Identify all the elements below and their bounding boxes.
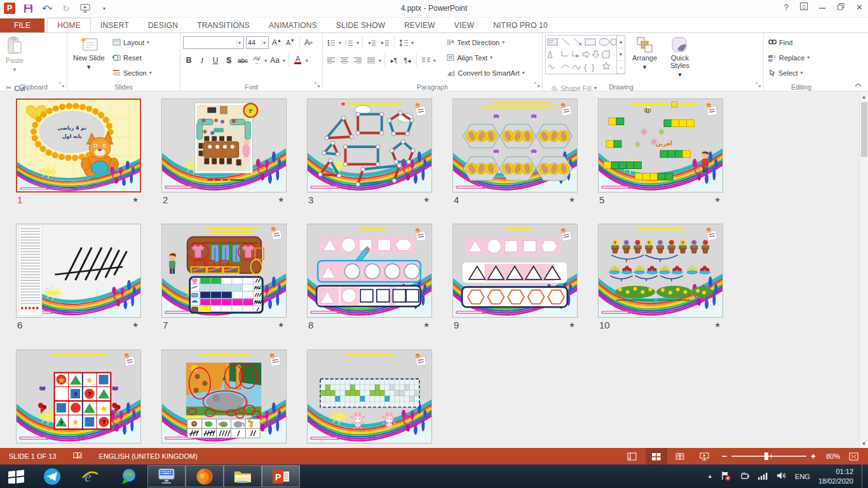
strikethrough-button[interactable]: abc	[236, 54, 249, 67]
slide-thumbnail-5[interactable]: آفرین	[598, 98, 723, 193]
numbering-button[interactable]: 12	[343, 36, 355, 49]
paragraph-dialog-launcher-icon[interactable]	[534, 79, 540, 90]
justify-button[interactable]	[365, 54, 377, 67]
tab-home[interactable]: HOME	[47, 18, 91, 32]
zoom-in-icon[interactable]: +	[811, 451, 816, 461]
shrink-font-button[interactable]: A▼	[285, 36, 296, 49]
slide-thumbnail-3[interactable]	[307, 98, 432, 193]
slide-show-icon[interactable]	[694, 448, 715, 464]
right-to-left-button[interactable]: ¶◂	[402, 54, 413, 67]
input-language[interactable]: ENG	[795, 473, 810, 480]
scrollbar-thumb[interactable]	[861, 102, 867, 157]
show-desktop-button[interactable]	[862, 464, 865, 488]
fit-slide-to-window-icon[interactable]	[843, 448, 864, 464]
section-button[interactable]: Section▾	[111, 66, 154, 79]
taskbar-clock[interactable]: 01:12 18/02/2020	[818, 467, 853, 486]
tab-nitro-pro[interactable]: NITRO PRO 10	[484, 18, 557, 32]
taskbar-file-explorer[interactable]	[224, 465, 262, 487]
zoom-slider[interactable]: − +	[722, 451, 816, 461]
slide-thumbnail-6[interactable]	[16, 224, 141, 318]
tab-file[interactable]: FILE	[0, 18, 44, 32]
hidden-icons-arrow-icon[interactable]: ▲	[707, 473, 712, 479]
restore-icon[interactable]	[837, 3, 844, 12]
slide-thumbnail-11[interactable]: ★ ★ ? ? ★ ? ★ ?	[16, 349, 141, 444]
line-spacing-button[interactable]	[398, 36, 409, 49]
bold-button[interactable]: B	[183, 54, 194, 67]
taskbar-download-manager[interactable]	[109, 464, 147, 488]
tab-design[interactable]: DESIGN	[139, 18, 187, 32]
slide-thumbnail-2[interactable]: ۴	[161, 98, 287, 193]
power-icon[interactable]	[739, 471, 749, 482]
decrease-indent-button[interactable]	[366, 36, 377, 49]
zoom-level[interactable]: 80%	[822, 452, 840, 460]
tab-transitions[interactable]: TRANSITIONS	[187, 18, 259, 32]
help-icon[interactable]: ?	[784, 3, 789, 12]
slide-thumbnail-10[interactable]	[598, 224, 723, 318]
collapse-ribbon-icon[interactable]	[855, 82, 862, 88]
taskbar-on-screen-keyboard[interactable]	[147, 465, 186, 487]
action-center-flag-icon[interactable]	[721, 471, 731, 482]
character-spacing-button[interactable]: AV↔	[251, 54, 262, 67]
scroll-down-icon[interactable]: ▼	[860, 439, 868, 448]
slide-thumbnail-9[interactable]	[452, 224, 578, 318]
font-name-combo[interactable]: ▾	[183, 36, 244, 49]
font-dialog-launcher-icon[interactable]	[315, 79, 320, 90]
increase-indent-button[interactable]	[379, 36, 391, 49]
left-to-right-button[interactable]: ▸¶	[388, 54, 400, 67]
vertical-scrollbar[interactable]: ▲ ▼	[859, 92, 868, 448]
quick-styles-button[interactable]: Quick Styles▾	[664, 35, 696, 81]
slide-thumbnail-4[interactable]	[452, 98, 578, 193]
scroll-up-icon[interactable]: ▲	[860, 92, 868, 101]
taskbar-internet-explorer[interactable]: e	[71, 464, 109, 488]
arrange-button[interactable]: Arrange▾	[628, 35, 661, 81]
italic-button[interactable]: I	[196, 54, 208, 67]
align-right-button[interactable]	[352, 54, 363, 67]
language-indicator[interactable]: ENGLISH (UNITED KINGDOM)	[99, 452, 198, 460]
drawing-dialog-launcher-icon[interactable]	[756, 79, 761, 90]
tab-slide-show[interactable]: SLIDE SHOW	[327, 18, 395, 32]
bullets-button[interactable]	[325, 36, 337, 49]
reading-view-icon[interactable]	[670, 448, 691, 464]
align-text-button[interactable]: Align Text▾	[445, 51, 526, 64]
change-case-button[interactable]: Aa	[269, 54, 281, 67]
zoom-slider-thumb[interactable]	[764, 452, 768, 460]
shapes-gallery-scrollbar[interactable]: ▲▼⌄	[616, 36, 625, 74]
tab-insert[interactable]: INSERT	[91, 18, 139, 32]
close-icon[interactable]: ✕	[856, 3, 863, 12]
new-slide-button[interactable]: New Slide▾	[70, 35, 108, 81]
text-shadow-button[interactable]: S	[223, 54, 234, 67]
replace-button[interactable]: abacReplace▾	[766, 51, 811, 64]
select-button[interactable]: Select▾	[766, 66, 811, 79]
tab-view[interactable]: VIEW	[445, 18, 484, 32]
minimize-icon[interactable]	[819, 3, 826, 12]
taskbar-firefox[interactable]	[186, 465, 224, 487]
zoom-out-icon[interactable]: −	[722, 451, 727, 461]
spell-check-icon[interactable]	[73, 452, 83, 461]
columns-button[interactable]	[420, 54, 431, 67]
convert-to-smartart-button[interactable]: Convert to SmartArt▾	[445, 66, 526, 79]
paste-button[interactable]: Paste▾	[3, 35, 27, 81]
tab-review[interactable]: REVIEW	[395, 18, 445, 32]
reset-button[interactable]: Reset	[111, 51, 154, 64]
normal-view-icon[interactable]	[621, 448, 643, 464]
font-size-combo[interactable]: 44▾	[246, 36, 269, 49]
align-center-button[interactable]	[339, 54, 350, 67]
underline-button[interactable]: U	[210, 54, 221, 67]
slide-sorter-view-icon[interactable]	[646, 448, 667, 464]
clipboard-dialog-launcher-icon[interactable]	[59, 79, 65, 90]
clear-formatting-button[interactable]: A	[303, 36, 315, 49]
shapes-gallery[interactable]: { } ▲▼⌄	[545, 35, 625, 74]
text-direction-button[interactable]: AText Direction▾	[445, 36, 526, 49]
grow-font-button[interactable]: A▲	[271, 36, 283, 49]
start-button[interactable]	[0, 464, 33, 488]
tab-animations[interactable]: ANIMATIONS	[259, 18, 327, 32]
align-left-button[interactable]	[325, 54, 337, 67]
network-signal-icon[interactable]	[757, 471, 768, 481]
taskbar-powerpoint[interactable]: P	[262, 465, 300, 487]
slide-thumbnail-1[interactable]: تم 4 ریاضی پایه اول	[16, 98, 141, 193]
slide-thumbnail-12[interactable]	[161, 349, 287, 444]
slide-thumbnail-13[interactable]	[307, 349, 432, 444]
slide-thumbnail-7[interactable]	[161, 224, 287, 318]
ribbon-display-options-icon[interactable]	[800, 3, 808, 12]
slide-thumbnail-8[interactable]	[307, 224, 432, 318]
